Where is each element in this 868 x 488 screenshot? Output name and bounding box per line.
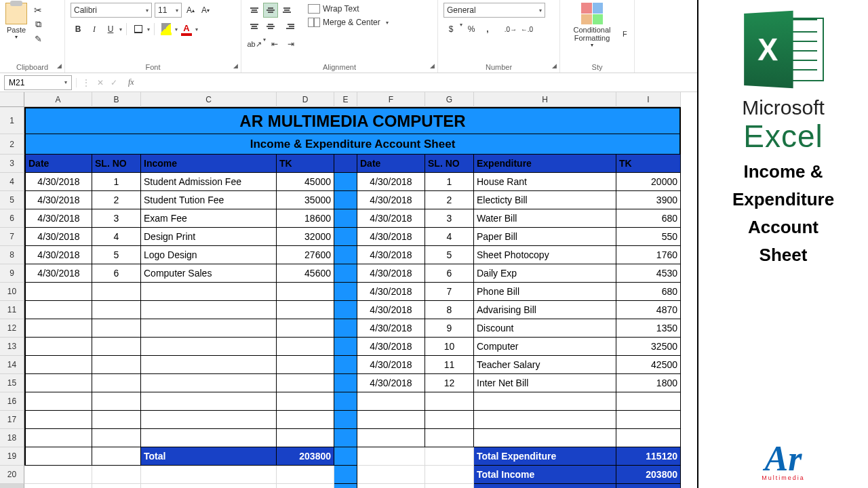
number-group-label: Number — [443, 62, 554, 71]
select-all-corner[interactable] — [0, 92, 24, 107]
row-headers[interactable]: 123456789101112131415161718192021 — [0, 107, 24, 488]
accounting-format-button[interactable]: $ — [443, 22, 458, 37]
comma-format-button[interactable]: , — [480, 22, 495, 37]
fill-color-button[interactable] — [159, 22, 174, 37]
wrap-text-icon — [308, 4, 320, 14]
align-middle-button[interactable] — [263, 3, 278, 18]
alignment-dialog-launcher[interactable]: ◢ — [428, 62, 436, 70]
cut-button[interactable]: ✂ — [31, 4, 45, 16]
formula-enter-button[interactable]: ✓ — [111, 78, 117, 87]
clipboard-group-label: Clipboard — [5, 62, 59, 71]
column-headers[interactable]: ABCDEFGHI — [24, 92, 681, 107]
italic-button[interactable]: I — [87, 22, 102, 37]
merge-center-button[interactable]: Merge & Center▾ — [308, 18, 389, 27]
formula-cancel-button[interactable]: ✕ — [97, 78, 104, 87]
number-dialog-launcher[interactable]: ◢ — [550, 62, 558, 70]
decrease-decimal-button[interactable]: ←.0 — [519, 22, 534, 37]
excel-logo-icon: X — [743, 12, 824, 87]
percent-format-button[interactable]: % — [464, 22, 479, 37]
spreadsheet-grid[interactable]: AR MULTIMEDIA COMPUTERIncome & Expenditu… — [24, 107, 697, 488]
alignment-group-label: Alignment — [247, 62, 432, 71]
format-as-table-button[interactable]: F — [623, 3, 627, 62]
font-group-label: Font — [71, 62, 235, 71]
align-right-button[interactable] — [279, 19, 294, 34]
merge-icon — [308, 18, 320, 27]
grow-font-button[interactable]: A▴ — [184, 4, 197, 16]
wrap-text-button[interactable]: Wrap Text — [308, 4, 389, 14]
side-panel: X Microsoft Excel Income & Expenditure A… — [698, 0, 868, 488]
clipboard-dialog-launcher[interactable]: ◢ — [55, 62, 63, 70]
align-bottom-button[interactable] — [279, 3, 294, 18]
clipboard-icon — [5, 3, 27, 24]
formula-bar: M21▾ ⋮ ✕ ✓ fx — [0, 73, 697, 92]
bold-button[interactable]: B — [71, 22, 85, 37]
conditional-formatting-button[interactable]: Conditional Formatting ▾ — [566, 3, 618, 62]
microsoft-label: Microsoft — [742, 96, 825, 119]
ribbon: Paste ▾ ✂ ⧉ ✎ Clipboard ◢ Calibri▾ 11▾ A… — [0, 0, 697, 73]
styles-group-label: Sty — [566, 62, 629, 71]
formula-insert-button[interactable]: ⋮ — [82, 78, 90, 87]
font-size-select[interactable]: 11▾ — [155, 3, 182, 18]
excel-label: Excel — [743, 118, 823, 155]
name-box[interactable]: M21▾ — [4, 75, 72, 90]
format-painter-button[interactable]: ✎ — [31, 33, 45, 45]
paste-button[interactable]: Paste ▾ — [5, 3, 27, 62]
fx-label[interactable]: fx — [123, 77, 140, 87]
borders-button[interactable] — [131, 22, 146, 37]
align-top-button[interactable] — [247, 3, 262, 18]
formula-input[interactable] — [140, 75, 697, 90]
font-name-select[interactable]: Calibri▾ — [71, 3, 152, 18]
conditional-formatting-icon — [581, 3, 603, 24]
font-color-button[interactable]: A — [179, 22, 194, 37]
number-format-select[interactable]: General▾ — [443, 3, 545, 18]
orientation-button[interactable]: ab↗ — [247, 37, 262, 52]
decrease-indent-button[interactable]: ⇤ — [267, 37, 282, 52]
underline-button[interactable]: U — [103, 22, 118, 37]
copy-button[interactable]: ⧉ — [31, 18, 45, 30]
shrink-font-button[interactable]: A▾ — [199, 4, 212, 16]
excel-window: Paste ▾ ✂ ⧉ ✎ Clipboard ◢ Calibri▾ 11▾ A… — [0, 0, 698, 488]
align-center-button[interactable] — [263, 19, 278, 34]
increase-indent-button[interactable]: ⇥ — [283, 37, 298, 52]
increase-decimal-button[interactable]: .0→ — [503, 22, 518, 37]
align-left-button[interactable] — [247, 19, 262, 34]
ar-logo: Ar — [765, 439, 802, 479]
font-dialog-launcher[interactable]: ◢ — [231, 62, 239, 70]
